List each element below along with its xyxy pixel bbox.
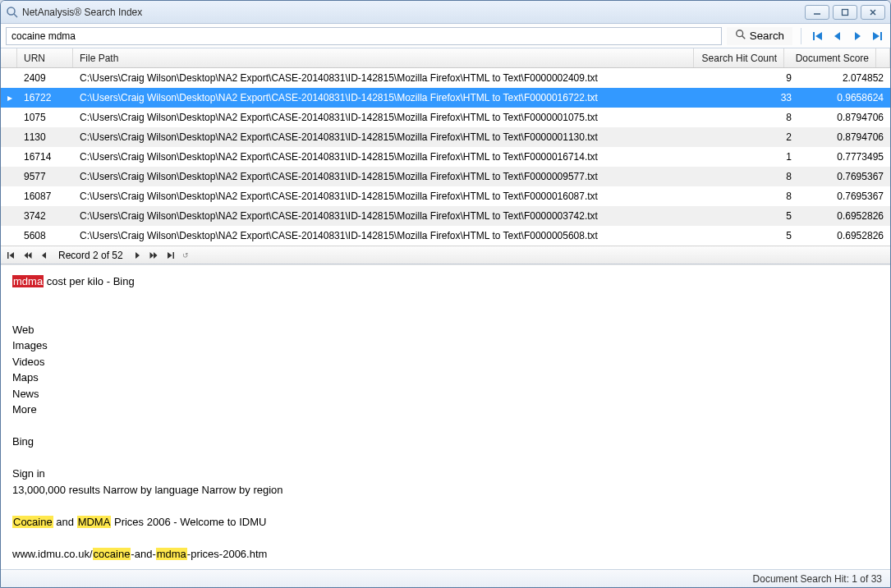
cell-urn: 3742 [17,210,73,222]
cell-path: C:\Users\Craig Wilson\Desktop\NA2 Export… [73,151,708,163]
table-row[interactable]: 16087C:\Users\Craig Wilson\Desktop\NA2 E… [1,186,890,206]
app-window: NetAnalysis® Search Index Search URN Fil… [0,0,891,588]
cell-score: 0.8794706 [798,131,890,143]
record-prev-button[interactable] [39,250,50,261]
cell-urn: 2409 [17,72,73,84]
cell-urn: 1075 [17,112,73,123]
column-header-hit[interactable]: Search Hit Count [694,48,784,67]
highlight-yellow: MDMA [77,516,112,528]
record-last-button[interactable] [164,250,176,261]
nav-last-button[interactable] [869,28,885,44]
preview-line: Web [12,322,879,338]
svg-marker-16 [25,252,29,259]
maximize-button[interactable] [833,5,857,20]
nav-first-button[interactable] [810,28,826,44]
cell-hit: 33 [708,92,798,103]
svg-point-6 [737,30,743,37]
cell-score: 0.7773495 [798,151,890,163]
minimize-button[interactable] [805,5,829,20]
column-header-urn[interactable]: URN [17,48,73,67]
cell-path: C:\Users\Craig Wilson\Desktop\NA2 Export… [73,210,708,222]
cell-path: C:\Users\Craig Wilson\Desktop\NA2 Export… [73,72,708,84]
cell-path: C:\Users\Craig Wilson\Desktop\NA2 Export… [73,92,708,103]
highlight-red: mdma [12,275,44,287]
svg-marker-11 [855,32,861,40]
svg-point-0 [7,7,15,15]
table-row[interactable]: 16714C:\Users\Craig Wilson\Desktop\NA2 E… [1,147,890,167]
cell-hit: 9 [708,72,798,84]
cell-path: C:\Users\Craig Wilson\Desktop\NA2 Export… [73,112,708,123]
preview-line: 13,000,000 results Narrow by language Na… [12,482,879,498]
preview-line: www.idmu.co.uk/cocaine-and-mdma-prices-2… [12,546,879,563]
record-refresh-button[interactable]: ↺ [181,250,192,261]
table-row[interactable]: 9577C:\Users\Craig Wilson\Desktop\NA2 Ex… [1,167,890,186]
cell-score: 0.7695367 [798,191,890,202]
svg-marker-18 [42,252,46,259]
cell-score: 0.7695367 [798,171,890,182]
cell-hit: 5 [708,230,798,241]
table-row[interactable]: 2409C:\Users\Craig Wilson\Desktop\NA2 Ex… [1,68,890,88]
table-row[interactable]: ▸16722C:\Users\Craig Wilson\Desktop\NA2 … [1,88,890,108]
preview-pane[interactable]: mdma cost per kilo - Bing Web Images Vid… [1,264,890,569]
search-button-label: Search [750,30,784,42]
svg-marker-21 [154,252,158,259]
svg-marker-9 [815,32,822,40]
record-position-label: Record 2 of 52 [58,250,123,261]
search-icon [735,29,746,43]
cell-path: C:\Users\Craig Wilson\Desktop\NA2 Export… [73,131,708,143]
cell-hit: 5 [708,210,798,222]
cell-hit: 8 [708,191,798,202]
svg-rect-13 [880,32,882,40]
nav-next-button[interactable] [849,28,866,44]
toolbar: Search [1,24,890,48]
status-document-hit: Document Search Hit: 1 of 33 [753,573,882,585]
cell-score: 0.9658624 [798,92,890,103]
svg-marker-20 [149,252,154,259]
cell-score: 0.8794706 [798,112,890,123]
cell-path: C:\Users\Craig Wilson\Desktop\NA2 Export… [73,191,708,202]
record-next-button[interactable] [131,250,143,261]
row-indicator: ▸ [1,92,17,103]
window-title: NetAnalysis® Search Index [22,7,142,18]
table-row[interactable]: 1130C:\Users\Craig Wilson\Desktop\NA2 Ex… [1,127,890,147]
svg-marker-17 [28,252,32,259]
svg-marker-22 [168,252,172,259]
svg-rect-3 [843,9,848,15]
svg-rect-14 [7,252,9,259]
row-indicator-header [1,48,17,67]
column-header-score[interactable]: Document Score [784,48,876,67]
cell-score: 0.6952826 [798,210,890,222]
nav-prev-button[interactable] [829,28,846,44]
record-prev-page-button[interactable] [22,250,34,261]
cell-hit: 2 [708,131,798,143]
table-row[interactable]: 1075C:\Users\Craig Wilson\Desktop\NA2 Ex… [1,108,890,127]
preview-line: Videos [12,354,879,370]
cell-urn: 16722 [17,92,73,103]
preview-line: Images [12,338,879,354]
cell-urn: 16087 [17,191,73,202]
table-row[interactable]: 5608C:\Users\Craig Wilson\Desktop\NA2 Ex… [1,226,890,246]
grid-body[interactable]: 2409C:\Users\Craig Wilson\Desktop\NA2 Ex… [1,68,890,246]
record-first-button[interactable] [6,250,17,261]
svg-marker-19 [135,252,140,259]
preview-line: Sign in [12,466,879,482]
scroll-gutter-header [876,48,890,67]
cell-urn: 5608 [17,230,73,241]
close-button[interactable] [861,5,885,20]
preview-line: News [12,386,879,402]
svg-line-7 [742,36,746,39]
column-header-path[interactable]: File Path [73,48,694,67]
svg-marker-15 [10,252,15,259]
preview-line: Bing [12,434,879,450]
svg-rect-23 [172,252,174,259]
highlight-yellow: cocaine [93,548,131,560]
search-button[interactable]: Search [727,27,792,45]
svg-marker-12 [873,32,880,40]
search-input[interactable] [6,27,722,45]
record-next-page-button[interactable] [148,250,159,261]
cell-path: C:\Users\Craig Wilson\Desktop\NA2 Export… [73,230,708,241]
svg-marker-10 [834,32,840,40]
cell-urn: 1130 [17,131,73,143]
cell-hit: 8 [708,171,798,182]
table-row[interactable]: 3742C:\Users\Craig Wilson\Desktop\NA2 Ex… [1,206,890,226]
